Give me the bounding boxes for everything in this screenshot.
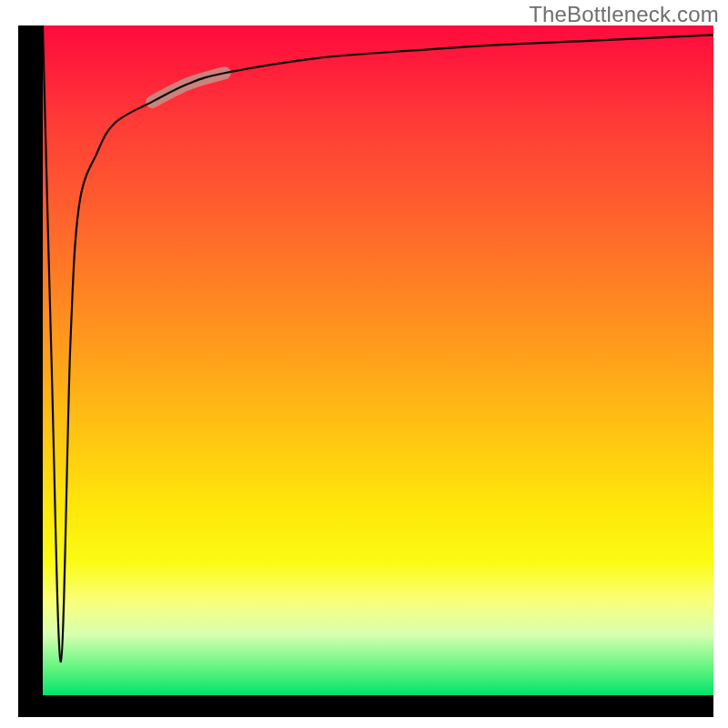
chart-stage: TheBottleneck.com <box>0 0 728 728</box>
chart-frame <box>18 25 713 717</box>
plot-area <box>43 25 713 695</box>
curve-line <box>43 25 713 662</box>
curve-highlight-segment <box>152 73 225 102</box>
curve-svg <box>43 25 713 695</box>
watermark-text: TheBottleneck.com <box>529 2 719 27</box>
